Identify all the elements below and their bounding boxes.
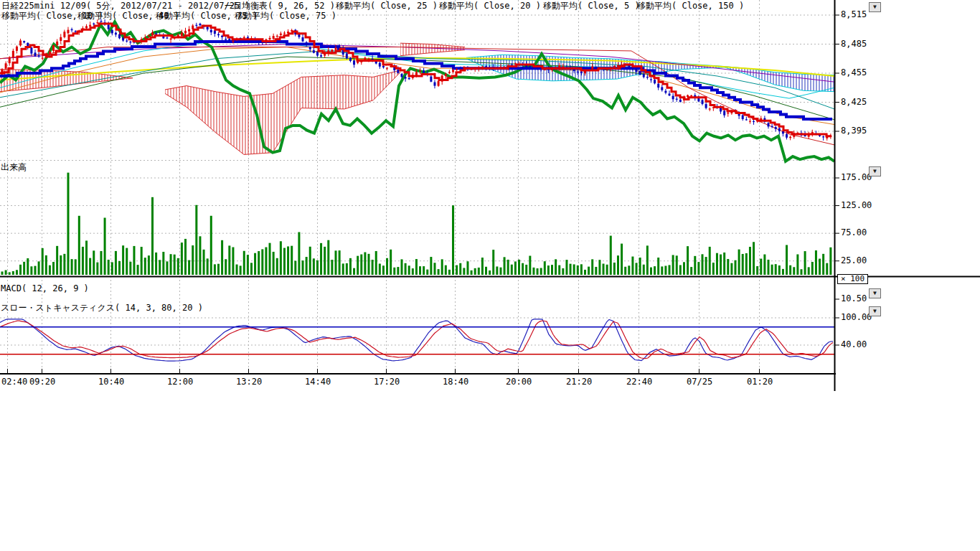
legend-ma150: 移動平均( Close, 150 )	[637, 1, 744, 11]
volume-bars	[1, 173, 832, 275]
stochastics-lines	[0, 319, 834, 361]
volume-pane-collapse-button[interactable]	[869, 166, 881, 176]
volume-multiplier-badge: × 100	[837, 274, 868, 284]
price-pane-collapse-button[interactable]	[869, 2, 881, 12]
stoch-d-line	[0, 321, 833, 359]
moving-average-lines	[0, 41, 834, 144]
legend-ma75b: 移動平均( Close, 75 )	[235, 11, 336, 21]
stochastics-pane-label: スロー・ストキャスティクス( 14, 3, 80, 20 )	[1, 303, 203, 313]
legend-ma5: 移動平均( Close, 5 )	[543, 1, 640, 11]
legend-ma25: 移動平均( Close, 25 )	[336, 1, 438, 11]
macd-pane-label: MACD( 12, 26, 9 )	[1, 284, 89, 293]
macd-pane-collapse-button[interactable]	[869, 288, 881, 298]
legend-ichimoku: 一目均衡表( 9, 26, 52 )	[225, 1, 335, 11]
chart-application-window: 8,5158,4858,4558,4258,395175.00125.0075.…	[0, 0, 980, 551]
volume-pane-label: 出来高	[1, 163, 27, 172]
gridlines	[0, 0, 834, 373]
lagging-span-line	[0, 22, 834, 161]
chart-canvas	[0, 0, 980, 551]
chart-title: 日経225mini 12/09( 5分, 2012/07/21 - 2012/0…	[1, 1, 250, 11]
legend-ma20: 移動平均( Close, 20 )	[439, 1, 541, 11]
stoch-pane-collapse-button[interactable]	[869, 306, 881, 316]
ma5-line	[0, 24, 831, 136]
